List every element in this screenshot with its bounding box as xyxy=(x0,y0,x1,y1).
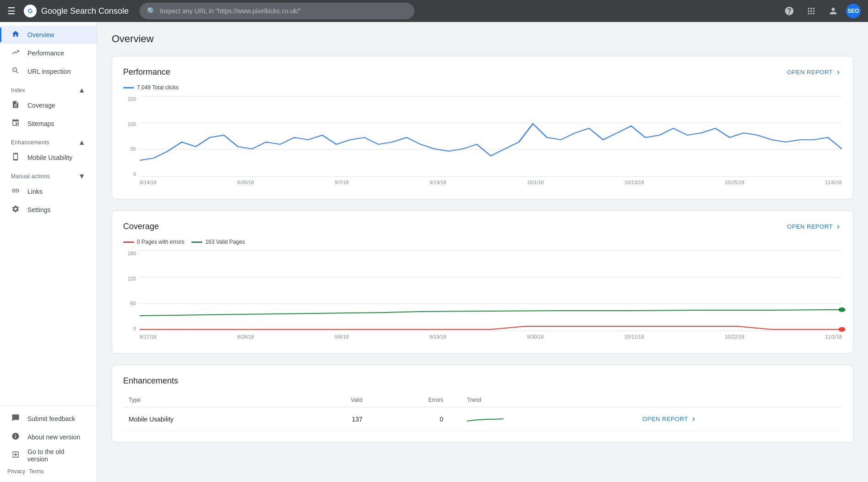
topbar-logo: G Google Search Console xyxy=(23,4,129,18)
enhancements-table-header-row: Type Valid Errors Trend xyxy=(123,393,842,407)
links-icon xyxy=(11,186,20,197)
svg-point-10 xyxy=(838,307,845,312)
feedback-icon xyxy=(11,414,20,424)
sidebar-item-url-inspection[interactable]: URL inspection xyxy=(0,62,97,81)
info-icon xyxy=(11,432,20,443)
sidebar-footer: Privacy Terms xyxy=(0,465,97,478)
enh-row-trend xyxy=(449,407,637,431)
sidebar-item-settings[interactable]: Settings xyxy=(0,201,97,219)
svg-text:G: G xyxy=(28,7,33,15)
performance-card-title: Performance xyxy=(123,67,170,77)
coverage-open-report-link[interactable]: OPEN REPORT xyxy=(787,223,842,230)
enh-row-errors: 0 xyxy=(368,407,449,431)
sidebar-item-submit-feedback[interactable]: Submit feedback xyxy=(0,410,97,428)
topbar-search-bar[interactable]: 🔍 xyxy=(140,3,414,19)
search-icon: 🔍 xyxy=(147,7,156,16)
settings-icon xyxy=(11,205,20,215)
coverage-chart-area: 8/17/18 8/28/18 9/8/18 9/19/18 9/30/18 1… xyxy=(140,251,842,340)
enhancements-table: Type Valid Errors Trend Mobile Usability… xyxy=(123,393,842,431)
sidebar-item-coverage-label: Coverage xyxy=(27,102,55,109)
performance-legend-color xyxy=(123,87,134,88)
performance-card-header: Performance OPEN REPORT xyxy=(123,67,842,77)
coverage-legend: 0 Pages with errors 163 Valid Pages xyxy=(123,239,842,245)
coverage-chart-container: 180 120 60 0 xyxy=(123,251,842,342)
enhancements-table-head: Type Valid Errors Trend xyxy=(123,393,842,407)
enhancements-col-action xyxy=(637,393,842,407)
sidebar-item-performance[interactable]: Performance xyxy=(0,44,97,62)
sidebar-item-mobile-usability-label: Mobile Usability xyxy=(27,154,72,161)
menu-icon[interactable]: ☰ xyxy=(7,5,16,16)
performance-legend: 7,049 Total clicks xyxy=(123,84,842,91)
enhancements-card: Enhancements Type Valid Errors Trend Mob… xyxy=(112,365,853,443)
svg-point-11 xyxy=(838,327,845,332)
privacy-link[interactable]: Privacy xyxy=(7,468,25,475)
enhancements-col-type: Type xyxy=(123,393,297,407)
help-button[interactable] xyxy=(780,2,798,20)
mobile-usability-icon xyxy=(11,153,20,163)
sidebar-item-mobile-usability[interactable]: Mobile Usability xyxy=(0,148,97,167)
performance-card: Performance OPEN REPORT 7,049 Total clic… xyxy=(112,56,853,199)
sidebar-bottom: Submit feedback About new version Go to … xyxy=(0,405,97,482)
go-old-version-label: Go to the old version xyxy=(27,448,86,463)
sidebar-item-go-old-version[interactable]: Go to the old version xyxy=(0,446,97,465)
sidebar-item-overview-label: Overview xyxy=(27,31,54,38)
google-logo-icon: G xyxy=(23,4,38,18)
sidebar-section-enhancements: Enhancements ▲ xyxy=(0,135,97,148)
sidebar-item-links[interactable]: Links xyxy=(0,182,97,201)
sidebar-item-overview[interactable]: Overview xyxy=(0,26,97,44)
sidebar-item-links-label: Links xyxy=(27,188,43,195)
performance-chart-area: 8/14/18 8/26/18 9/7/18 9/19/18 10/1/18 1… xyxy=(140,96,842,185)
sidebar-item-url-inspection-label: URL inspection xyxy=(27,68,71,75)
enhancements-chevron-icon[interactable]: ▲ xyxy=(78,138,86,147)
enhancements-card-title: Enhancements xyxy=(123,376,178,386)
sidebar-item-about-new-version[interactable]: About new version xyxy=(0,428,97,446)
enhancements-col-trend: Trend xyxy=(449,393,637,407)
home-icon xyxy=(11,30,20,40)
url-inspection-icon xyxy=(11,66,20,77)
topbar: ☰ G Google Search Console 🔍 SEO xyxy=(0,0,868,22)
performance-open-report-link[interactable]: OPEN REPORT xyxy=(787,69,842,76)
account-button[interactable] xyxy=(824,2,842,20)
enhancements-card-header: Enhancements xyxy=(123,376,842,386)
performance-chart-svg xyxy=(140,96,842,176)
index-chevron-icon[interactable]: ▲ xyxy=(78,86,86,94)
coverage-card: Coverage OPEN REPORT 0 Pages with errors… xyxy=(112,210,853,354)
coverage-icon xyxy=(11,100,20,111)
sitemaps-icon xyxy=(11,119,20,129)
enhancements-section-label: Enhancements xyxy=(11,139,49,146)
old-version-icon xyxy=(11,450,20,461)
enhancements-col-errors: Errors xyxy=(368,393,449,407)
enh-row-type: Mobile Usability xyxy=(123,407,297,431)
apps-button[interactable] xyxy=(802,2,820,20)
performance-icon xyxy=(11,48,20,59)
terms-link[interactable]: Terms xyxy=(29,468,44,475)
search-input[interactable] xyxy=(160,7,407,15)
table-row: Mobile Usability 137 0 OPEN REPORT xyxy=(123,407,842,431)
performance-chart-container: 150 100 50 0 8/1 xyxy=(123,96,842,188)
coverage-legend-errors: 0 Pages with errors xyxy=(123,239,184,245)
coverage-x-axis: 8/17/18 8/28/18 9/8/18 9/19/18 9/30/18 1… xyxy=(140,334,842,340)
sidebar-nav: Overview Performance URL inspection Inde… xyxy=(0,22,97,405)
sidebar-item-sitemaps[interactable]: Sitemaps xyxy=(0,115,97,133)
performance-legend-label: 7,049 Total clicks xyxy=(137,84,179,91)
page-title: Overview xyxy=(112,33,853,45)
coverage-y-axis: 180 120 60 0 xyxy=(123,251,140,331)
manual-actions-chevron-icon[interactable]: ▼ xyxy=(78,172,86,181)
performance-y-axis: 150 100 50 0 xyxy=(123,96,140,177)
main-content: Overview Performance OPEN REPORT 7,049 T… xyxy=(97,22,868,482)
avatar[interactable]: SEO xyxy=(846,4,861,18)
enhancements-col-valid: Valid xyxy=(297,393,368,407)
enhancements-table-body: Mobile Usability 137 0 OPEN REPORT xyxy=(123,407,842,431)
trend-sparkline xyxy=(467,413,504,424)
performance-legend-item: 7,049 Total clicks xyxy=(123,84,179,91)
coverage-card-title: Coverage xyxy=(123,222,159,231)
sidebar-item-coverage[interactable]: Coverage xyxy=(0,96,97,115)
avatar-text: SEO xyxy=(847,8,859,14)
sidebar-item-settings-label: Settings xyxy=(27,206,51,214)
sidebar-section-manual-actions: Manual actions ▼ xyxy=(0,169,97,182)
index-section-label: Index xyxy=(11,87,25,93)
coverage-legend-errors-label: 0 Pages with errors xyxy=(137,239,184,245)
mobile-usability-open-report-link[interactable]: OPEN REPORT xyxy=(642,416,836,423)
coverage-legend-valid-color xyxy=(191,241,202,243)
coverage-card-header: Coverage OPEN REPORT xyxy=(123,222,842,231)
